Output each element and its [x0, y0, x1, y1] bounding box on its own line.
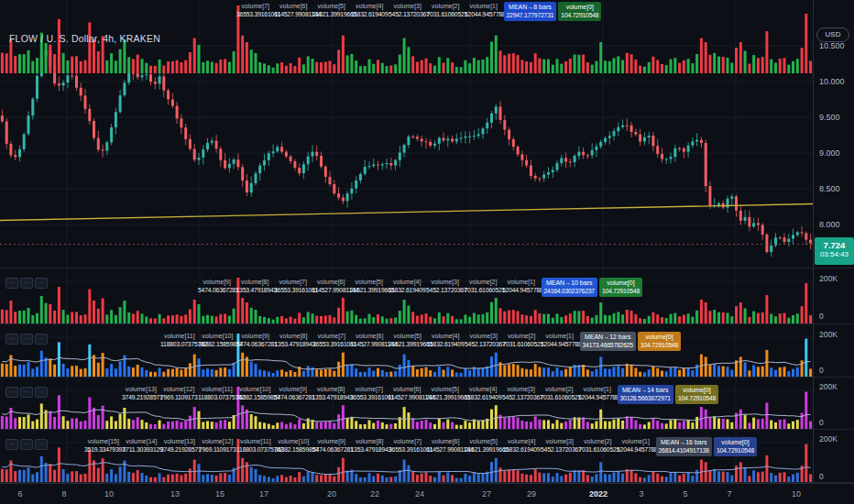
eye-icon[interactable]: ··· [5, 439, 18, 450]
more-options-icon[interactable]: ··· [20, 387, 33, 398]
legend-volume-column: volume[6]114527.99081144 [312, 278, 351, 295]
time-tick-label: 27 [482, 489, 491, 499]
legend-volume-column: volume[2]7031.61060521 [427, 2, 465, 19]
legend-volume-column: volume[5]21521.39919665 [465, 437, 503, 455]
price-axis[interactable]: 10.50010.0009.5009.0008.5008.000 200K020… [813, 0, 854, 483]
legend-volume-column: volume[8]1353.47918943 [351, 437, 389, 455]
time-tick-label: 2022 [589, 489, 608, 499]
last-price-badge: 7.724 03:54:43 [815, 237, 854, 265]
legend-volume-column: volume[5]21521.39919665 [312, 2, 351, 19]
pane-resize-separator[interactable] [0, 377, 854, 378]
legend-volume0-chip: volume[0]104.72910548 [599, 278, 642, 297]
legend-volume-column: volume[13]3749.21928571 [160, 437, 199, 455]
legend-mean-chip: MEAN→8 bars22947.177972731 [504, 2, 557, 21]
price-tick-label: 8.000 [819, 220, 840, 229]
legend-volume-column: volume[1]52044.94577886 [541, 332, 579, 349]
legend-volume-column: volume[6]114527.99081144 [351, 332, 389, 349]
volume-scale-zero-label: 0 [819, 312, 824, 321]
legend-volume-column: volume[4]11832.619409 [389, 278, 427, 295]
pane-legend-icon-group: ········· [5, 387, 48, 398]
legend-volume-column: volume[7]36553.39161061 [236, 2, 275, 19]
more-options-icon[interactable]: ··· [20, 439, 33, 450]
legend-volume-column: volume[2]7031.61060521 [541, 385, 579, 402]
legend-volume-column: volume[3]5452.13720367 [465, 332, 503, 349]
pane-legend-icon-group: ········· [5, 439, 48, 450]
pane-resize-separator[interactable] [0, 323, 854, 324]
legend-volume-column: volume[6]114527.99081144 [427, 437, 465, 455]
legend-volume0-chip: volume[0]104.72910548 [638, 332, 681, 351]
legend-volume-column: volume[5]21521.39919665 [426, 385, 465, 402]
settings-icon[interactable]: ··· [35, 334, 48, 345]
last-price-value: 7.724 [815, 240, 854, 250]
legend-volume-column: volume[8]1353.47918943 [275, 332, 313, 349]
legend-volume-column: volume[4]11832.619409 [503, 437, 542, 455]
legend-volume-column: volume[4]11832.619409 [465, 385, 503, 402]
indicator-legend-row: volume[13]3749.21928571volume[12]7969.11… [122, 385, 719, 404]
time-tick-label: 10 [792, 489, 801, 499]
eye-icon[interactable]: ··· [5, 387, 18, 398]
legend-volume-column: volume[4]11832.619409 [427, 332, 465, 349]
time-tick-label: 24 [415, 489, 424, 499]
legend-mean-chip: MEAN→10 bars24164.0302376237 [542, 278, 597, 297]
legend-volume-column: volume[9]5474.06367281 [236, 332, 275, 349]
time-tick-label: 15 [215, 489, 224, 499]
legend-volume-column: volume[6]114527.99081144 [389, 385, 427, 402]
legend-mean-chip: MEAN→12 bars34173.4665782625 [580, 332, 636, 351]
legend-volume-column: volume[5]21521.39919665 [350, 278, 389, 295]
legend-volume-column: volume[1]52044.94577886 [465, 2, 503, 19]
eye-icon[interactable]: ··· [5, 334, 18, 345]
eye-icon[interactable]: ··· [5, 278, 18, 289]
legend-volume-column: volume[9]5474.06367281 [312, 437, 351, 455]
time-tick-label: 20 [327, 489, 336, 499]
legend-volume-column: volume[3]5452.13720367 [502, 385, 541, 402]
more-options-icon[interactable]: ··· [20, 278, 33, 289]
symbol-title[interactable]: FLOW / U. S. Dollar, 4h, KRAKEN [9, 33, 160, 44]
volume-scale-zero-label: 0 [819, 472, 824, 481]
currency-toggle-button[interactable]: USD [816, 27, 849, 42]
time-axis[interactable]: 68101315172022242729202235710 [0, 483, 854, 504]
legend-mean-chip: MEAN→16 bars26814.4104917138 [656, 437, 712, 456]
legend-volume-column: volume[11]118803.07375742 [198, 385, 236, 402]
indicator-legend-row: volume[11]118803.07375742volume[10]35382… [160, 332, 682, 351]
volume-scale-top-label: 200K [819, 382, 838, 391]
legend-volume-column: volume[7]36553.39161061 [389, 437, 427, 455]
legend-volume-column: volume[8]1353.47918943 [312, 385, 351, 402]
indicator-legend-row: volume[7]36553.39161061volume[6]114527.9… [236, 2, 602, 21]
legend-volume-column: volume[9]5474.06367281 [198, 278, 236, 295]
legend-volume-column: volume[7]36553.39161061 [312, 332, 351, 349]
price-tick-label: 10.500 [819, 41, 845, 50]
time-tick-label: 7 [727, 489, 731, 499]
legend-volume-column: volume[1]52044.94577886 [617, 437, 655, 455]
volume-scale-zero-label: 0 [819, 418, 824, 427]
price-tick-label: 9.000 [819, 148, 840, 158]
legend-volume-column: volume[2]7031.61060521 [579, 437, 618, 455]
legend-volume-column: volume[10]35382.15859857 [199, 332, 237, 349]
time-tick-label: 29 [527, 489, 536, 499]
legend-volume0-chip: volume[0]104.72910548 [558, 2, 601, 21]
legend-volume-column: volume[3]5452.13720367 [541, 437, 579, 455]
settings-icon[interactable]: ··· [35, 278, 48, 289]
legend-volume-column: volume[1]52044.94577886 [502, 278, 541, 295]
time-tick-label: 22 [370, 489, 379, 499]
legend-volume-column: volume[13]3749.21928571 [122, 385, 160, 402]
legend-volume-column: volume[14]3711.30393129 [123, 437, 161, 455]
legend-volume-column: volume[9]5474.06367281 [274, 385, 312, 402]
pane-resize-separator[interactable] [0, 429, 854, 430]
legend-volume-column: volume[1]52044.94577886 [578, 385, 617, 402]
more-options-icon[interactable]: ··· [20, 334, 33, 345]
settings-icon[interactable]: ··· [35, 387, 48, 398]
legend-volume-column: volume[3]5452.13720367 [426, 278, 465, 295]
time-tick-label: 6 [17, 489, 22, 499]
volume-scale-top-label: 200K [819, 330, 838, 339]
pane-resize-separator[interactable] [0, 268, 854, 268]
legend-volume-column: volume[7]36553.39161061 [274, 278, 312, 295]
legend-volume-column: volume[2]7031.61060521 [503, 332, 542, 349]
price-tick-label: 8.500 [819, 184, 840, 193]
pane-legend-icon-group: ········· [5, 278, 48, 289]
time-tick-label: 17 [259, 489, 268, 499]
price-tick-label: 10.000 [819, 77, 845, 86]
settings-icon[interactable]: ··· [35, 439, 48, 450]
time-tick-label: 13 [170, 489, 180, 499]
trading-chart-window: FLOW / U. S. Dollar, 4h, KRAKEN volume[7… [0, 0, 854, 504]
legend-volume-column: volume[15]3519.33479397 [84, 437, 123, 455]
